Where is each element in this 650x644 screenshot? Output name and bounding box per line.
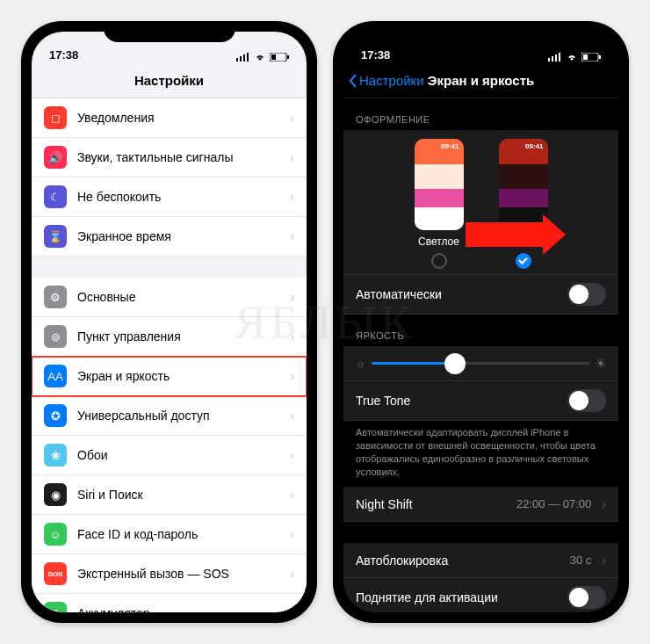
light-label: Светлое	[415, 235, 464, 248]
chevron-right-icon: ›	[290, 527, 294, 541]
row-label: Пункт управления	[77, 329, 279, 344]
display-settings[interactable]: ОФОРМЛЕНИЕ 09:41 Светлое 09:41 Темное	[343, 98, 618, 612]
notch	[104, 21, 235, 42]
row-label: Основные	[77, 290, 279, 304]
row-label: Экран и яркость	[77, 369, 279, 383]
row-label: Обои	[77, 448, 279, 462]
row-icon: AA	[44, 365, 67, 387]
chevron-right-icon: ›	[290, 369, 294, 383]
appearance-light-option[interactable]: 09:41 Светлое	[415, 139, 464, 269]
row-icon: ⚙︎	[44, 286, 67, 308]
true-tone-label: True Tone	[356, 394, 557, 408]
navbar-settings: Настройки	[32, 63, 307, 98]
row-icon: ❀	[44, 444, 67, 467]
settings-row[interactable]: ◉Siri и Поиск›	[32, 475, 307, 515]
phone-right: 17:38 Настройки Экран и яркость ОФОРМЛЕН…	[333, 21, 629, 623]
svg-rect-3	[247, 53, 249, 62]
brightness-thumb[interactable]	[444, 353, 466, 374]
back-button[interactable]: Настройки	[349, 63, 424, 98]
page-title: Настройки	[134, 73, 204, 88]
dark-radio[interactable]	[516, 253, 531, 269]
raise-wake-toggle[interactable]	[567, 586, 606, 609]
svg-rect-2	[243, 54, 245, 62]
notch	[415, 21, 547, 42]
row-label: Не беспокоить	[77, 190, 279, 204]
row-label: Экранное время	[77, 229, 279, 243]
row-icon: ⌛	[44, 225, 67, 248]
settings-row[interactable]: ⊜Пункт управления›	[32, 317, 307, 357]
true-tone-row[interactable]: True Tone	[343, 381, 618, 421]
svg-rect-13	[583, 54, 588, 60]
row-icon: SOS	[44, 562, 67, 585]
signal-icon	[236, 53, 250, 62]
appearance-dark-option[interactable]: 09:41 Темное	[499, 139, 548, 269]
row-icon: 🔊	[44, 146, 67, 169]
settings-row[interactable]: ☺︎Face ID и код-пароль›	[32, 515, 307, 554]
true-tone-toggle[interactable]	[567, 389, 606, 412]
wifi-icon	[254, 53, 266, 62]
autolock-row[interactable]: Автоблокировка 30 с ›	[343, 543, 618, 578]
svg-rect-1	[240, 56, 242, 62]
svg-rect-12	[599, 55, 601, 59]
chevron-right-icon: ›	[290, 606, 294, 612]
settings-row[interactable]: AAЭкран и яркость›	[32, 357, 307, 396]
chevron-right-icon: ›	[290, 448, 294, 462]
svg-rect-8	[552, 56, 553, 62]
row-icon: ☾	[44, 185, 67, 208]
row-icon: ◉	[44, 483, 67, 506]
svg-rect-0	[236, 58, 238, 62]
settings-row[interactable]: ⌛Экранное время›	[32, 217, 307, 257]
brightness-header: ЯРКОСТЬ	[343, 315, 618, 346]
night-shift-value: 22:00 — 07:00	[516, 497, 591, 510]
sun-high-icon: ☀	[595, 356, 606, 372]
navbar-display: Настройки Экран и яркость	[343, 63, 618, 98]
settings-row[interactable]: SOSЭкстренный вызов — SOS›	[32, 554, 307, 594]
back-label: Настройки	[359, 73, 424, 88]
row-icon: ▮	[44, 602, 67, 612]
annotation-arrow	[466, 222, 545, 247]
row-label: Аккумулятор	[77, 606, 279, 612]
svg-rect-10	[559, 53, 560, 62]
settings-row[interactable]: 🔊Звуки, тактильные сигналы›	[32, 138, 307, 177]
svg-rect-6	[271, 54, 276, 60]
autolock-value: 30 с	[570, 554, 592, 567]
chevron-right-icon: ›	[290, 290, 294, 304]
status-icons	[548, 53, 601, 62]
chevron-right-icon: ›	[290, 190, 294, 204]
row-icon: ✪	[44, 404, 67, 427]
battery-icon	[270, 53, 289, 62]
chevron-right-icon: ›	[290, 488, 294, 502]
settings-list[interactable]: ◻︎Уведомления›🔊Звуки, тактильные сигналы…	[32, 98, 307, 612]
chevron-right-icon: ›	[290, 567, 294, 581]
screen-settings: 17:38 Настройки ◻︎Уведомления›🔊Звуки, та…	[32, 32, 307, 612]
night-shift-row[interactable]: Night Shift 22:00 — 07:00 ›	[343, 487, 618, 522]
automatic-row[interactable]: Автоматически	[343, 275, 618, 315]
night-shift-label: Night Shift	[356, 497, 506, 511]
sun-low-icon: ☼	[356, 358, 365, 370]
row-label: Универсальный доступ	[77, 409, 279, 423]
true-tone-desc: Автоматически адаптировать дисплей iPhon…	[343, 421, 618, 487]
appearance-picker: 09:41 Светлое 09:41 Темное	[343, 130, 618, 274]
page-title: Экран и яркость	[428, 73, 534, 88]
raise-to-wake-row[interactable]: Поднятие для активации	[343, 578, 618, 612]
row-icon: ☺︎	[44, 523, 67, 546]
settings-row[interactable]: ▮Аккумулятор›	[32, 594, 307, 612]
chevron-right-icon: ›	[290, 150, 294, 164]
autolock-label: Автоблокировка	[356, 554, 560, 568]
settings-row[interactable]: ◻︎Уведомления›	[32, 98, 307, 138]
settings-row[interactable]: ⚙︎Основные›	[32, 278, 307, 317]
chevron-right-icon: ›	[290, 409, 294, 423]
light-preview: 09:41	[415, 139, 464, 230]
settings-row[interactable]: ❀Обои›	[32, 436, 307, 475]
status-time: 17:38	[361, 48, 390, 62]
automatic-label: Автоматически	[356, 287, 557, 301]
light-radio[interactable]	[431, 253, 447, 269]
settings-row[interactable]: ☾Не беспокоить›	[32, 177, 307, 217]
settings-row[interactable]: ✪Универсальный доступ›	[32, 396, 307, 436]
dark-preview: 09:41	[499, 139, 548, 230]
svg-rect-5	[287, 55, 289, 59]
brightness-slider[interactable]: ☼ ☀	[372, 362, 590, 365]
automatic-toggle[interactable]	[567, 283, 606, 306]
row-label: Экстренный вызов — SOS	[77, 567, 279, 581]
screen-display: 17:38 Настройки Экран и яркость ОФОРМЛЕН…	[343, 32, 618, 612]
